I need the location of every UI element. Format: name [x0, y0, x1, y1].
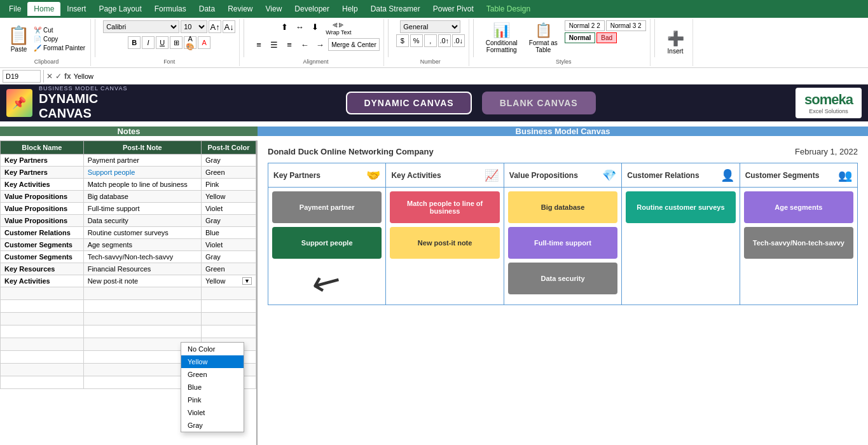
canvas-postit[interactable]: Full-time support	[508, 227, 617, 259]
cell-note: Big database	[83, 191, 201, 203]
copy-button[interactable]: 📄Copy	[32, 35, 86, 43]
style-normal[interactable]: Normal	[565, 32, 595, 43]
canvas-postit[interactable]: Tech-savvy/Non-tech-savvy	[744, 227, 853, 259]
col-header-note: Post-It Note	[83, 141, 201, 154]
logo-sub: Excel Solutions	[809, 108, 848, 114]
dropdown-item[interactable]: Gray	[181, 419, 244, 432]
align-bottom-button[interactable]: ⬇	[308, 20, 322, 33]
cell-note: Age segments	[83, 239, 201, 251]
bold-button[interactable]: B	[128, 36, 141, 49]
style-bad[interactable]: Bad	[596, 32, 617, 43]
decimal-increase-button[interactable]: .0↑	[438, 34, 451, 47]
logo-text: someka	[804, 92, 853, 108]
canvas-postit[interactable]: New post-it note	[390, 227, 499, 259]
indent-decrease-button[interactable]: ←	[298, 38, 312, 51]
tab-developer[interactable]: Developer	[288, 2, 336, 16]
tab-power-pivot[interactable]: Power Pivot	[427, 2, 480, 16]
paste-button[interactable]: 📋 Paste	[6, 24, 31, 54]
tab-review[interactable]: Review	[221, 2, 259, 16]
number-label: Number	[420, 57, 441, 65]
cell-note: Financial Resources	[83, 263, 201, 275]
tab-home[interactable]: Home	[27, 2, 60, 16]
dropdown-item[interactable]: Yellow	[181, 355, 244, 368]
table-row-empty	[1, 325, 256, 338]
brand-area: 📌 BUSINESS MODEL CANVAS DYNAMIC CANVAS	[6, 85, 146, 121]
separator-2	[244, 19, 244, 57]
dropdown-item[interactable]: No Color	[181, 343, 244, 355]
insert-function-icon[interactable]: fx	[64, 72, 71, 81]
font-group: Calibri 10 A↑ A↓ B I U ⊞ A🎨 A Font	[99, 19, 240, 66]
table-row-empty	[1, 300, 256, 313]
italic-button[interactable]: I	[142, 36, 155, 49]
cell-reference-input[interactable]	[3, 70, 41, 83]
canvas-postit[interactable]: Support people	[272, 227, 382, 259]
canvas-postit[interactable]: Routine customer surveys	[626, 191, 735, 223]
cell-block: Customer Segments	[1, 239, 84, 251]
decrease-font-button[interactable]: A↓	[223, 20, 235, 33]
cell-color: Gray	[201, 154, 256, 167]
style-normal3[interactable]: Normal 3 2	[606, 20, 646, 31]
cell-note: Full-time support	[83, 203, 201, 215]
format-as-table-button[interactable]: 📋 Format as Table	[525, 20, 562, 55]
separator-3	[388, 19, 389, 57]
increase-font-button[interactable]: A↑	[209, 20, 221, 33]
cell-color: Yellow▼	[201, 275, 256, 287]
font-color-button[interactable]: A	[198, 36, 210, 49]
indent-increase-button[interactable]: →	[313, 38, 327, 51]
align-center-button[interactable]: ☰	[267, 38, 281, 51]
align-middle-button[interactable]: ↔	[293, 20, 307, 33]
align-top-button[interactable]: ⬆	[277, 20, 291, 33]
wrap-text-button[interactable]: ⫷⫸ Wrap Text	[323, 20, 354, 37]
tab-table-design[interactable]: Table Design	[480, 2, 537, 16]
dynamic-canvas-button[interactable]: DYNAMIC CANVAS	[346, 92, 471, 114]
font-name-select[interactable]: Calibri	[103, 20, 179, 33]
blank-canvas-button[interactable]: BLANK CANVAS	[482, 92, 596, 114]
table-row: Key PartnersPayment partnerGray	[1, 154, 256, 167]
cut-button[interactable]: ✂️Cut	[32, 26, 86, 34]
dropdown-item[interactable]: Blue	[181, 381, 244, 394]
formula-input[interactable]	[74, 72, 865, 80]
brand-logo: 📌	[6, 89, 32, 117]
style-normal2[interactable]: Normal 2 2	[565, 20, 605, 31]
fill-color-button[interactable]: A🎨	[184, 36, 196, 49]
insert-button[interactable]: ➕ Insert	[663, 29, 689, 57]
tab-page-layout[interactable]: Page Layout	[92, 2, 148, 16]
dropdown-item[interactable]: Pink	[181, 394, 244, 406]
currency-button[interactable]: $	[396, 34, 409, 47]
canvas-postit[interactable]: Match people to line of business	[390, 191, 499, 223]
tab-formulas[interactable]: Formulas	[148, 2, 193, 16]
align-left-button[interactable]: ≡	[252, 38, 266, 51]
dropdown-arrow-icon[interactable]: ▼	[242, 277, 252, 285]
decimal-decrease-button[interactable]: .0↓	[452, 34, 465, 47]
tab-help[interactable]: Help	[336, 2, 364, 16]
tab-data[interactable]: Data	[193, 2, 221, 16]
color-dropdown[interactable]: No ColorYellowGreenBluePinkVioletGray	[181, 342, 244, 432]
merge-center-button[interactable]: Merge & Center	[328, 38, 380, 51]
tab-data-streamer[interactable]: Data Streamer	[364, 2, 427, 16]
font-size-select[interactable]: 10	[181, 20, 207, 33]
underline-button[interactable]: U	[156, 36, 169, 49]
cell-note: Tech-savvy/Non-tech-savvy	[83, 251, 201, 263]
conditional-formatting-button[interactable]: 📊 Conditional Formatting	[481, 20, 522, 55]
canvas-col-icon-3: 👤	[720, 168, 734, 182]
number-format-select[interactable]: General	[400, 20, 460, 33]
tab-file[interactable]: File	[3, 2, 27, 16]
confirm-formula-icon[interactable]: ✓	[55, 72, 62, 81]
dropdown-item[interactable]: Green	[181, 368, 244, 381]
tab-insert[interactable]: Insert	[60, 2, 92, 16]
cell-color: Gray	[201, 251, 256, 263]
tab-view[interactable]: View	[259, 2, 289, 16]
format-painter-button[interactable]: 🖌️Format Painter	[32, 44, 86, 52]
canvas-col-header-1: Key Activities📈	[386, 163, 503, 188]
align-right-button[interactable]: ≡	[282, 38, 296, 51]
dropdown-item[interactable]: Violet	[181, 406, 244, 419]
canvas-postit[interactable]: Age segments	[744, 191, 853, 223]
percent-button[interactable]: %	[410, 34, 423, 47]
table-row-empty	[1, 313, 256, 325]
cancel-formula-icon[interactable]: ✕	[46, 72, 53, 81]
border-button[interactable]: ⊞	[170, 36, 183, 49]
canvas-postit[interactable]: Data security	[508, 263, 617, 294]
canvas-postit[interactable]: Big database	[508, 191, 617, 223]
comma-button[interactable]: ,	[424, 34, 437, 47]
canvas-postit[interactable]: Payment partner	[272, 191, 382, 223]
